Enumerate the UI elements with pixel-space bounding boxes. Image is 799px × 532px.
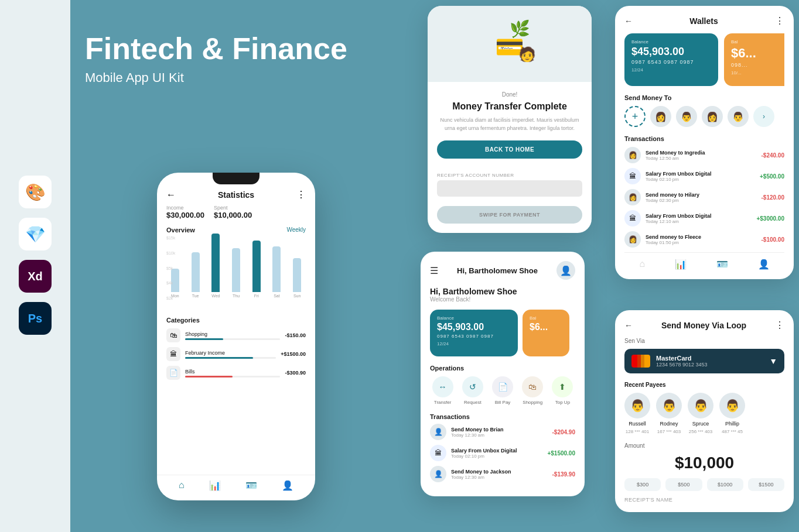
txn-item-1: 👩 Send Money to Ingredia Today 12:50 am … bbox=[624, 147, 784, 163]
contact-4[interactable]: 👨 bbox=[728, 106, 749, 127]
chart-nav[interactable]: 📊 bbox=[675, 259, 687, 270]
income-icon: 🏛 bbox=[166, 347, 180, 361]
preset-500[interactable]: $500 bbox=[665, 478, 702, 491]
categories-section: Categories 🛍 Shopping -$150.00 🏛 Februar… bbox=[157, 312, 315, 389]
send-loop-title: Send Money Via Loop bbox=[633, 321, 775, 330]
payee-russell[interactable]: 👨 Russell 128 *** 401 bbox=[624, 393, 650, 434]
home-nav-icon[interactable]: ⌂ bbox=[179, 480, 185, 491]
add-contact-button[interactable]: + bbox=[624, 106, 646, 127]
home-card-orange[interactable]: Bal $6... bbox=[523, 310, 569, 356]
more-icon[interactable]: ⋮ bbox=[296, 189, 306, 200]
profile-nav[interactable]: 👤 bbox=[758, 259, 770, 270]
chart-nav-icon[interactable]: 📊 bbox=[209, 480, 221, 491]
payees-row: 👨 Russell 128 *** 401 👨 Rodney 167 *** 4… bbox=[624, 393, 784, 434]
payee-spruce[interactable]: 👨 Spruce 256 *** 403 bbox=[688, 393, 713, 434]
overview-title: Overview bbox=[166, 226, 195, 234]
txn-avatar-5: 👩 bbox=[624, 231, 641, 248]
phillip-avatar: 👨 bbox=[719, 393, 745, 418]
contact-2[interactable]: 👨 bbox=[676, 106, 697, 127]
payee-phillip[interactable]: 👨 Phillip 487 *** 45 bbox=[719, 393, 745, 434]
billpay-op[interactable]: 📄 Bill Pay bbox=[490, 376, 515, 405]
mastercard-logo bbox=[631, 355, 650, 368]
transactions-title: Transactions bbox=[624, 135, 784, 142]
receipt-section: RECEIPT'S ACCOUNT NUMBER bbox=[428, 168, 592, 197]
home-cards-row: Balance $45,903.00 0987 6543 0987 0987 1… bbox=[430, 310, 575, 356]
wallet-card-teal[interactable]: Balance $45,903.00 0987 6543 0987 0987 1… bbox=[624, 33, 718, 86]
home-txn-title: Transactions bbox=[430, 413, 575, 420]
contacts-row: + 👩 👨 👩 👨 › bbox=[624, 106, 784, 127]
mastercard-select[interactable]: MasterCard 1234 5678 9012 3453 ▼ bbox=[624, 349, 784, 373]
home-card-teal[interactable]: Balance $45,903.00 0987 6543 0987 0987 1… bbox=[430, 310, 518, 356]
sen-via-label: Sen Via bbox=[624, 338, 784, 344]
card-expiry: 12/24 bbox=[631, 67, 711, 73]
home-txn-3: 👤 Send Money to Jackson Today 12:30 am -… bbox=[430, 466, 575, 482]
wallets-back-icon[interactable]: ← bbox=[624, 16, 633, 26]
sketch-icon[interactable]: 💎 bbox=[19, 218, 52, 250]
payee-rodney[interactable]: 👨 Rodney 167 *** 403 bbox=[656, 393, 682, 434]
period-select[interactable]: Weekly bbox=[286, 226, 306, 234]
home-transactions: 👤 Send Money to Brian Today 12:30 am -$2… bbox=[430, 424, 575, 482]
spent-value: $10,000.00 bbox=[214, 211, 252, 219]
txn-avatar-3: 👩 bbox=[624, 189, 641, 205]
transfer-op[interactable]: ↔ Transfer bbox=[430, 376, 455, 405]
user-avatar[interactable]: 👤 bbox=[556, 261, 575, 280]
swipe-button[interactable]: SWIPE FOR PAYMENT bbox=[437, 206, 582, 224]
topup-icon: ⬆ bbox=[552, 376, 573, 397]
wallets-bottom-nav: ⌂ 📊 🪪 👤 bbox=[624, 252, 784, 270]
balance-label: Balance bbox=[631, 39, 711, 44]
figma-icon[interactable]: 🎨 bbox=[19, 176, 52, 208]
menu-icon[interactable]: ☰ bbox=[430, 265, 438, 276]
home-txn-av-3: 👤 bbox=[430, 466, 446, 482]
txn-avatar-4: 🏛 bbox=[624, 210, 641, 226]
back-icon[interactable]: ← bbox=[166, 190, 176, 200]
contact-3[interactable]: 👩 bbox=[702, 106, 723, 127]
transfer-complete-card: 💳 🌿 🧑 Done! Money Transfer Complete Nunc… bbox=[428, 6, 592, 233]
preset-1000[interactable]: $1000 bbox=[707, 478, 743, 491]
categories-title: Categories bbox=[166, 317, 306, 324]
category-shopping: 🛍 Shopping -$150.00 bbox=[166, 328, 306, 342]
send-loop-panel: ← Send Money Via Loop ⋮ Sen Via MasterCa… bbox=[615, 310, 794, 512]
income-value: $30,000.00 bbox=[166, 211, 204, 219]
shopping-op[interactable]: 🛍 Shopping bbox=[520, 376, 545, 405]
txn-item-3: 👩 Send money to Hilary Today 02:30 pm -$… bbox=[624, 189, 784, 205]
home-header: ☰ Hi, Bartholomew Shoe 👤 bbox=[430, 261, 575, 280]
card-nav-icon[interactable]: 🪪 bbox=[245, 480, 257, 491]
home-nav[interactable]: ⌂ bbox=[639, 259, 645, 270]
russell-avatar: 👨 bbox=[624, 393, 650, 418]
xd-icon[interactable]: Xd bbox=[19, 260, 52, 293]
transfer-card-body: Done! Money Transfer Complete Nunc vehic… bbox=[428, 82, 592, 168]
receipt-input[interactable] bbox=[437, 180, 582, 197]
send-loop-more-icon[interactable]: ⋮ bbox=[775, 320, 784, 331]
wallets-more-icon[interactable]: ⋮ bbox=[775, 15, 784, 26]
contact-1[interactable]: 👩 bbox=[650, 106, 671, 127]
request-op[interactable]: ↺ Request bbox=[460, 376, 485, 405]
txn-item-4: 🏛 Salary From Unbox Digital Today 12:10 … bbox=[624, 210, 784, 226]
preset-1500[interactable]: $1500 bbox=[748, 478, 784, 491]
stats-summary: Income $30,000.00 Spent $10,000.00 bbox=[157, 202, 315, 222]
mc-number: 1234 5678 9012 3453 bbox=[656, 362, 708, 368]
topup-op[interactable]: ⬆ Top Up bbox=[550, 376, 575, 405]
stats-title: Statistics bbox=[218, 190, 254, 200]
send-loop-back-icon[interactable]: ← bbox=[624, 321, 633, 330]
amount-display: $10,000 bbox=[624, 454, 784, 472]
bar-thu: Thu bbox=[227, 248, 245, 298]
card-nav[interactable]: 🪪 bbox=[716, 259, 728, 270]
wallet-card-orange[interactable]: Bal $6... 098... 10/... bbox=[724, 33, 784, 86]
bar-fri: Fri bbox=[248, 241, 265, 298]
operations-title: Operations bbox=[430, 365, 575, 372]
contact-more[interactable]: › bbox=[753, 106, 774, 127]
request-icon: ↺ bbox=[462, 376, 483, 397]
shopping-icon: 🛍 bbox=[166, 328, 180, 342]
preset-300[interactable]: $300 bbox=[624, 478, 661, 491]
profile-nav-icon[interactable]: 👤 bbox=[282, 480, 293, 491]
home-txn-1: 👤 Send Money to Brian Today 12:30 am -$2… bbox=[430, 424, 575, 440]
transfer-illustration: 💳 🌿 🧑 bbox=[428, 6, 592, 82]
home-txn-av-1: 👤 bbox=[430, 424, 446, 440]
recent-payees-title: Recent Payees bbox=[624, 382, 784, 388]
home-title: Hi, Bartholomew Shoe bbox=[457, 266, 538, 275]
back-home-button[interactable]: BACK TO HOME bbox=[437, 140, 582, 159]
txn-item-2: 🏛 Salary From Unbox Digital Today 02:10 … bbox=[624, 168, 784, 184]
hero-section: Fintech & Finance Mobile App UI Kit bbox=[85, 32, 347, 85]
income-label: Income bbox=[166, 205, 204, 211]
ps-icon[interactable]: Ps bbox=[19, 302, 52, 335]
